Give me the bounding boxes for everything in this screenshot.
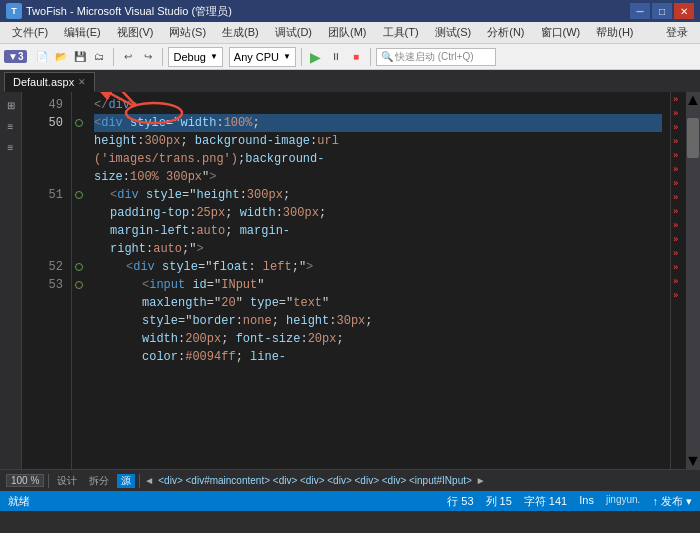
sep-nav — [139, 474, 140, 488]
code-line-52: <div style="float: left;"> — [94, 258, 662, 276]
outline2-icon: ≡ — [2, 138, 20, 156]
breadcrumb-nav-right: ► — [476, 475, 486, 486]
code-line-51c: margin-left:auto; margin- — [94, 222, 662, 240]
code-line-50d: size:100% 300px"> — [94, 168, 662, 186]
vs-badge: ▼3 — [4, 50, 27, 63]
breadcrumb-nav: ◄ — [144, 475, 154, 486]
menu-test[interactable]: 测试(S) — [427, 23, 480, 42]
zoom-level[interactable]: 100 % — [6, 474, 44, 487]
tab-close-button[interactable]: ✕ — [78, 77, 86, 87]
sep-zoom — [48, 474, 49, 488]
code-line-51d: right:auto;"> — [94, 240, 662, 258]
menu-debug[interactable]: 调试(D) — [267, 23, 320, 42]
left-sidebar: ⊞ ≡ ≡ — [0, 92, 22, 469]
code-text[interactable]: </div> <div style="width:100%; height:30… — [86, 92, 670, 469]
app-icon: T — [6, 3, 22, 19]
jingyun-text: jingyun. — [606, 494, 640, 509]
line-indicators — [72, 92, 86, 469]
code-line-53d: width:200px; font-size:20px; — [94, 330, 662, 348]
status-ready: 就绪 — [8, 494, 30, 509]
new-file-icon[interactable]: 📄 — [33, 48, 51, 66]
open-icon[interactable]: 📂 — [52, 48, 70, 66]
stop-icon[interactable]: ■ — [347, 48, 365, 66]
code-line-51a: <div style="height:300px; — [94, 186, 662, 204]
tab-bar: Default.aspx ✕ — [0, 70, 700, 92]
code-editor: ⊞ ≡ ≡ 49 50 51 52 53 — [0, 92, 700, 469]
debug-dropdown[interactable]: Debug ▼ — [168, 47, 222, 67]
menu-team[interactable]: 团队(M) — [320, 23, 375, 42]
maximize-button[interactable]: □ — [652, 3, 672, 19]
close-button[interactable]: ✕ — [674, 3, 694, 19]
file-icons: 📄 📂 💾 🗂 — [33, 48, 108, 66]
breadcrumb-text: <div> <div#maincontent> <div> <div> <div… — [158, 475, 472, 486]
menu-tools[interactable]: 工具(T) — [375, 23, 427, 42]
vertical-scrollbar[interactable]: ▲ ▼ — [686, 92, 700, 469]
code-line-53b: maxlength="20" type="text" — [94, 294, 662, 312]
menu-website[interactable]: 网站(S) — [161, 23, 214, 42]
sep3 — [301, 48, 302, 66]
ins-indicator: Ins — [579, 494, 594, 509]
save-icon[interactable]: 💾 — [71, 48, 89, 66]
scroll-up-button[interactable]: ▲ — [686, 92, 700, 108]
line-numbers: 49 50 51 52 53 — [22, 92, 72, 469]
menu-edit[interactable]: 编辑(E) — [56, 23, 109, 42]
row-indicator: 行 53 — [447, 494, 473, 509]
design-tab[interactable]: 设计 — [53, 474, 81, 488]
minimize-button[interactable]: ─ — [630, 3, 650, 19]
platform-dropdown[interactable]: Any CPU ▼ — [229, 47, 296, 67]
code-line-49: </div> — [94, 96, 662, 114]
code-line-53a: <input id="INput" — [94, 276, 662, 294]
code-line-53c: style="border:none; height:30px; — [94, 312, 662, 330]
toolbar-row1: ▼3 📄 📂 💾 🗂 ↩ ↪ Debug ▼ Any CPU ▼ ▶ ⏸ ■ 🔍… — [0, 44, 700, 70]
code-line-50c: ('images/trans.png');background- — [94, 150, 662, 168]
undo-icon[interactable]: ↩ — [119, 48, 137, 66]
tab-label: Default.aspx — [13, 76, 74, 88]
pause-icon[interactable]: ⏸ — [327, 48, 345, 66]
status-left: 就绪 — [8, 494, 30, 509]
window-controls: ─ □ ✕ — [630, 3, 694, 19]
code-line-50: <div style="width:100%; — [94, 114, 662, 132]
login-link[interactable]: 登录 — [658, 23, 696, 42]
scroll-thumb[interactable] — [687, 118, 699, 158]
char-indicator: 字符 141 — [524, 494, 567, 509]
tab-default-aspx[interactable]: Default.aspx ✕ — [4, 72, 95, 92]
publish-button[interactable]: ↑ 发布 ▾ — [652, 494, 692, 509]
window-title: TwoFish - Microsoft Visual Studio (管理员) — [26, 4, 630, 19]
status-right: 行 53 列 15 字符 141 Ins jingyun. ↑ 发布 ▾ — [447, 494, 692, 509]
sep1 — [113, 48, 114, 66]
save-all-icon[interactable]: 🗂 — [90, 48, 108, 66]
scroll-down-button[interactable]: ▼ — [686, 453, 700, 469]
title-bar: T TwoFish - Microsoft Visual Studio (管理员… — [0, 0, 700, 22]
source-tab[interactable]: 源 — [117, 474, 135, 488]
code-line-51b: padding-top:25px; width:300px; — [94, 204, 662, 222]
redo-icon[interactable]: ↪ — [139, 48, 157, 66]
menu-file[interactable]: 文件(F) — [4, 23, 56, 42]
right-annotations: » » » » » » » » » » » » » » » — [670, 92, 686, 469]
menu-build[interactable]: 生成(B) — [214, 23, 267, 42]
outline-icon: ≡ — [2, 117, 20, 135]
menu-analyze[interactable]: 分析(N) — [479, 23, 532, 42]
sep4 — [370, 48, 371, 66]
breadcrumb-bar: 100 % 设计 拆分 源 ◄ <div> <div#maincontent> … — [0, 469, 700, 491]
search-icon: 🔍 — [381, 51, 393, 62]
split-tab[interactable]: 拆分 — [85, 474, 113, 488]
quick-launch-input[interactable]: 🔍 快速启动 (Ctrl+Q) — [376, 48, 496, 66]
status-bar: 就绪 行 53 列 15 字符 141 Ins jingyun. ↑ 发布 ▾ — [0, 491, 700, 511]
menu-bar: 文件(F) 编辑(E) 视图(V) 网站(S) 生成(B) 调试(D) 团队(M… — [0, 22, 700, 44]
col-indicator: 列 15 — [486, 494, 512, 509]
code-line-50b: height:300px; background-image:url — [94, 132, 662, 150]
start-icon[interactable]: ▶ — [307, 48, 325, 66]
menu-view[interactable]: 视图(V) — [109, 23, 162, 42]
code-line-53e: color:#0094ff; line- — [94, 348, 662, 366]
sep2 — [162, 48, 163, 66]
scroll-track[interactable] — [686, 108, 700, 453]
menu-window[interactable]: 窗口(W) — [533, 23, 589, 42]
bookmark-icon: ⊞ — [2, 96, 20, 114]
menu-help[interactable]: 帮助(H) — [588, 23, 641, 42]
